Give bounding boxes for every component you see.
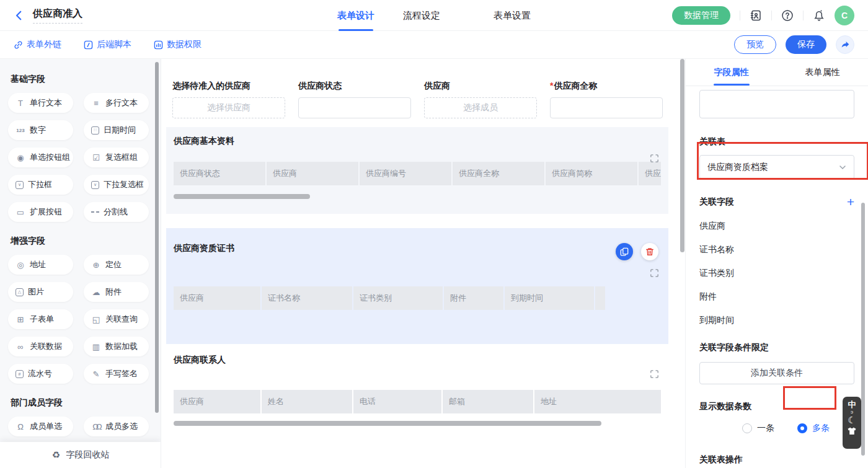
column-header[interactable]: 附件 [444,286,503,310]
field-label: 供应商 [424,81,537,92]
contacts-book-icon[interactable] [750,9,762,22]
checkbox-group-icon: ☑ [91,153,101,162]
column-header[interactable]: 邮箱 [443,390,533,413]
select-supplier-input[interactable]: 选择供应商 [172,97,285,118]
properties-panel: 字段属性 表单属性 关联表 供应商资质档案 关联字段 + 供应商 证书名称 证书… [685,59,868,468]
tab-field-properties[interactable]: 字段属性 [686,59,777,86]
supplier-fullname-input[interactable] [550,97,663,118]
field-type-extend-button[interactable]: ▭扩展按钮 [8,202,73,222]
expand-icon[interactable] [650,370,658,380]
column-header[interactable]: 供应商 [174,390,260,413]
backend-script-link[interactable]: 后端脚本 [84,39,131,50]
field-type-location[interactable]: ⊕定位 [84,255,149,275]
column-header-empty[interactable] [595,286,605,310]
add-relation-condition-button[interactable]: 添加关联条件 [699,362,854,384]
field-type-datetime[interactable]: ∷日期时间 [84,120,149,140]
relation-field-item[interactable]: 证书类别 [699,268,854,279]
column-header[interactable]: 供应商状态 [174,162,265,185]
chevron-down-icon [839,164,846,171]
people-icon: ΩΩ [91,422,101,431]
field-select-pending-supplier[interactable]: 选择待准入的供应商 选择供应商 [172,81,285,118]
column-header[interactable]: 电话 [353,390,441,413]
field-type-address[interactable]: ◎地址 [8,255,73,275]
field-type-relation-query[interactable]: ◱关联查询 [84,309,149,329]
column-header[interactable]: 证书名称 [262,286,352,310]
column-header-truncated[interactable]: 供应产 [639,162,661,185]
field-type-number[interactable]: 123数字 [8,120,73,140]
column-header[interactable]: 供应商 [267,162,358,185]
page-title[interactable]: 供应商准入 [33,7,82,24]
field-type-data-load[interactable]: ▥数据加载 [84,337,149,356]
tab-flow-setting[interactable]: 流程设定 [403,0,440,31]
field-recycle-bin[interactable]: ♻ 字段回收站 [0,442,161,468]
share-button[interactable] [836,35,854,54]
field-type-signature[interactable]: ✎手写签名 [84,364,149,384]
field-type-relation-data[interactable]: ∞关联数据 [8,337,73,356]
field-type-select[interactable]: ∨下拉框 [8,175,73,195]
column-header[interactable]: 证书类别 [353,286,443,310]
relation-field-item[interactable]: 供应商 [699,221,854,232]
add-relation-field-button[interactable]: + [847,197,854,207]
ime-float-widget[interactable]: 中 ɔ ☾ [843,397,861,449]
canvas-scrollbar[interactable] [680,59,684,252]
back-icon[interactable] [14,10,25,21]
data-manage-button[interactable]: 数据管理 [672,6,730,25]
relation-field-item[interactable]: 附件 [699,291,854,302]
subform-supplier-certificates-selected[interactable]: 供应商资质证书 供应商 证书名称 证书类别 附件 到期时间 [166,228,668,344]
field-supplier-status[interactable]: 供应商状态 [298,81,411,118]
subform-supplier-basic-info[interactable]: 供应商基本资料 供应商状态 供应商 供应商编号 供应商全称 供应商简称 供应产 [166,127,668,214]
tab-form-design[interactable]: 表单设计 [337,0,374,31]
field-type-divider-line[interactable]: 分割线 [84,202,149,222]
field-label: *供应商全称 [550,81,663,92]
delete-button[interactable] [641,243,658,260]
preview-button[interactable]: 预览 [734,35,776,54]
tab-form-properties[interactable]: 表单属性 [777,59,868,86]
field-type-image[interactable]: △图片 [8,282,73,302]
radio-many-records-selected[interactable]: 多条 [797,423,830,434]
column-header[interactable]: 地址 [534,390,661,413]
supplier-status-input[interactable] [298,97,411,118]
field-type-multi-select[interactable]: ∨下拉复选框 [84,175,149,195]
sidebar-scrollbar[interactable] [155,62,159,413]
field-type-single-line-text[interactable]: T单行文本 [8,93,73,113]
data-permission-link[interactable]: 数据权限 [154,39,202,50]
relation-field-item[interactable]: 到期时间 [699,315,854,326]
relation-field-item[interactable]: 证书名称 [699,244,854,255]
multi-select-icon: ∨ [91,181,99,189]
subform-supplier-contacts[interactable]: 供应商联系人 供应商 姓名 电话 邮箱 地址 [166,344,668,435]
field-supplier-member[interactable]: 供应商 选择成员 [424,81,537,118]
copy-button[interactable] [616,243,633,260]
relation-fields-label: 关联字段 [699,196,734,208]
save-button[interactable]: 保存 [786,35,826,54]
table-horizontal-scrollbar[interactable] [174,194,310,199]
field-type-subform[interactable]: ⊞子表单 [8,309,73,329]
help-icon[interactable] [781,9,794,22]
select-member-input[interactable]: 选择成员 [424,97,537,118]
expand-icon[interactable] [650,154,658,164]
table-horizontal-scrollbar[interactable] [174,421,601,426]
field-type-attachment[interactable]: ☁附件 [84,282,149,302]
field-type-checkbox-group[interactable]: ☑复选框组 [84,148,149,167]
column-header[interactable]: 姓名 [262,390,352,413]
radio-one-record[interactable]: 一条 [742,423,774,434]
notification-bell-icon[interactable] [813,9,825,22]
field-type-multi-line-text[interactable]: ≡多行文本 [84,93,149,113]
extend-button-icon: ▭ [16,208,25,217]
field-type-member-multi[interactable]: ΩΩ成员多选 [84,417,149,436]
column-header[interactable]: 供应商简称 [546,162,637,185]
tab-form-setting[interactable]: 表单设置 [494,0,531,31]
field-type-member-single[interactable]: Ω成员单选 [8,417,73,436]
field-supplier-fullname[interactable]: *供应商全称 [550,81,663,118]
panel-scrollbar[interactable] [861,203,865,456]
user-avatar[interactable]: C [835,6,854,25]
column-header[interactable]: 供应商编号 [360,162,451,185]
field-type-radio-group[interactable]: ◉单选按钮组 [8,148,73,167]
column-header[interactable]: 供应商全称 [453,162,544,185]
form-external-link[interactable]: 表单外链 [14,39,61,50]
column-header[interactable]: 供应商 [174,286,260,310]
column-header[interactable]: 到期时间 [505,286,594,310]
field-type-serial-number[interactable]: #流水号 [8,364,73,384]
expand-icon[interactable] [650,269,658,279]
relation-table-select[interactable]: 供应商资质档案 [699,155,854,180]
field-text-input[interactable] [699,90,854,118]
